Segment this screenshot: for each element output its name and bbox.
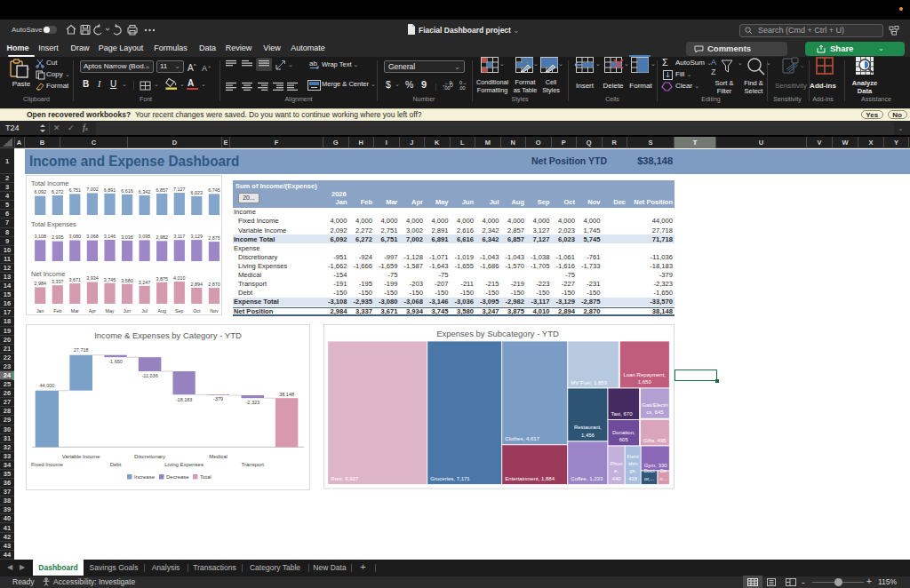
svg-text:.00: .00 <box>443 85 451 91</box>
svg-text:Jan: Jan <box>36 308 44 314</box>
svg-text:Doct: Doct <box>644 468 655 473</box>
svg-text:3,337: 3,337 <box>52 279 64 284</box>
svg-text:3,036: 3,036 <box>121 234 133 240</box>
svg-text:-11,036: -11,036 <box>141 373 157 378</box>
svg-text:6,616: 6,616 <box>121 188 133 194</box>
svg-text:3,934: 3,934 <box>86 275 99 281</box>
svg-text:Nov: Nov <box>210 308 219 314</box>
svg-text:7,002: 7,002 <box>86 187 99 192</box>
svg-text:Oct: Oct <box>193 308 201 314</box>
svg-text:44,000: 44,000 <box>39 383 54 388</box>
svg-text:De: De <box>660 468 667 473</box>
svg-text:Debt: Debt <box>110 462 122 467</box>
svg-text:7,127: 7,127 <box>173 187 186 192</box>
svg-text:Transport: Transport <box>242 462 265 467</box>
svg-text:-1,650: -1,650 <box>108 359 123 364</box>
svg-text:1,650: 1,650 <box>638 379 652 385</box>
svg-text:3,108: 3,108 <box>34 234 46 239</box>
svg-text:Aug: Aug <box>157 308 165 314</box>
svg-text:e,: e, <box>614 468 619 473</box>
svg-text:shin: shin <box>628 461 638 466</box>
svg-text:cs, 645: cs, 645 <box>646 409 664 415</box>
svg-text:-18,183: -18,183 <box>176 397 193 402</box>
svg-text:ab: ab <box>309 60 317 68</box>
svg-text:Fixed Income: Fixed Income <box>31 462 64 467</box>
svg-text:3,080: 3,080 <box>69 234 82 239</box>
svg-text:Gas/Electri: Gas/Electri <box>642 402 667 408</box>
svg-text:2,875: 2,875 <box>208 235 220 241</box>
svg-text:Phon: Phon <box>611 461 623 466</box>
svg-text:Gym, 330: Gym, 330 <box>644 463 668 468</box>
svg-text:2,935: 2,935 <box>52 234 64 240</box>
svg-text:Sep: Sep <box>175 308 183 314</box>
svg-text:Jul: Jul <box>141 308 148 314</box>
svg-text:2,984: 2,984 <box>34 281 46 286</box>
svg-text:2,870: 2,870 <box>208 282 220 287</box>
svg-text:Restaurant,: Restaurant, <box>574 425 602 430</box>
svg-text:Coffee, 1,233: Coffee, 1,233 <box>571 476 603 481</box>
svg-text:Expenses by Subcategory - YTD: Expenses by Subcategory - YTD <box>436 329 559 338</box>
svg-text:3,146: 3,146 <box>104 234 116 239</box>
svg-text:6,751: 6,751 <box>69 187 82 193</box>
svg-text:6,272: 6,272 <box>52 189 64 195</box>
svg-text:Taxi, 670: Taxi, 670 <box>611 411 634 417</box>
svg-text:3,671: 3,671 <box>69 277 82 282</box>
svg-text:or,...: or,... <box>644 476 655 481</box>
svg-text:Variable Income: Variable Income <box>62 454 101 459</box>
svg-text:Decrease: Decrease <box>166 474 189 480</box>
svg-text:Mar: Mar <box>71 308 79 314</box>
svg-text:Gifts, 495: Gifts, 495 <box>643 438 667 443</box>
svg-text:3,580: 3,580 <box>121 278 133 283</box>
svg-text:gs,: gs, <box>629 468 636 473</box>
svg-text:Jun: Jun <box>124 308 132 314</box>
svg-text:Medical: Medical <box>209 454 228 459</box>
svg-text:A: A <box>711 58 716 67</box>
svg-text:3,117: 3,117 <box>173 234 185 239</box>
svg-text:Living Expenses: Living Expenses <box>164 462 204 467</box>
svg-text:Total Expenses: Total Expenses <box>31 220 76 228</box>
svg-text:605: 605 <box>619 437 629 442</box>
svg-text:3,095: 3,095 <box>139 234 151 239</box>
svg-text:3,875: 3,875 <box>156 276 168 282</box>
svg-text:Net Income: Net Income <box>31 270 65 278</box>
svg-text:Income & Expenses by Category: Income & Expenses by Category - YTD <box>94 330 242 340</box>
svg-text:3,129: 3,129 <box>191 234 204 239</box>
svg-text:n...: n... <box>660 476 667 481</box>
svg-text:Z: Z <box>711 68 716 76</box>
svg-text:-2,323: -2,323 <box>245 400 259 405</box>
svg-text:Feb: Feb <box>53 308 61 314</box>
svg-text:27,718: 27,718 <box>74 347 89 353</box>
svg-text:Entertainment, 1,884: Entertainment, 1,884 <box>505 476 555 481</box>
svg-text:Total Income: Total Income <box>31 179 69 187</box>
svg-text:Total: Total <box>200 474 212 480</box>
svg-text:6,023: 6,023 <box>191 190 204 195</box>
svg-text:-379: -379 <box>213 396 223 401</box>
svg-text:6,342: 6,342 <box>139 189 151 195</box>
svg-text:4,010: 4,010 <box>173 275 186 281</box>
svg-text:.00: .00 <box>459 85 466 91</box>
svg-text:MV Fuel, 1,853: MV Fuel, 1,853 <box>571 380 607 385</box>
svg-text:3,745: 3,745 <box>104 277 116 282</box>
svg-text:May: May <box>105 308 114 314</box>
svg-text:Loan Repayment,: Loan Repayment, <box>624 372 667 377</box>
svg-text:3,068: 3,068 <box>86 234 99 239</box>
svg-text:38,148: 38,148 <box>279 392 294 397</box>
svg-text:2,982: 2,982 <box>156 234 168 240</box>
svg-text:2,894: 2,894 <box>191 282 204 287</box>
svg-text:Clothes, 4,617: Clothes, 4,617 <box>505 436 539 441</box>
svg-text:Furni: Furni <box>627 454 639 459</box>
svg-text:Groceries, 7,171: Groceries, 7,171 <box>430 476 470 481</box>
svg-text:6,857: 6,857 <box>156 187 168 193</box>
svg-text:Apr: Apr <box>89 308 96 314</box>
svg-text:418: 418 <box>628 476 637 481</box>
svg-text:6,891: 6,891 <box>104 187 116 193</box>
svg-text:1,456: 1,456 <box>581 433 595 438</box>
svg-text:6,745: 6,745 <box>208 187 220 193</box>
svg-text:440: 440 <box>612 476 622 481</box>
svg-text:Discretionary: Discretionary <box>134 454 165 459</box>
svg-text:Rent, 9,927: Rent, 9,927 <box>331 476 359 481</box>
svg-text:3,247: 3,247 <box>139 280 151 285</box>
svg-text:6,092: 6,092 <box>34 189 46 195</box>
svg-text:Donation,: Donation, <box>612 430 635 435</box>
svg-text:Increase: Increase <box>134 474 156 480</box>
